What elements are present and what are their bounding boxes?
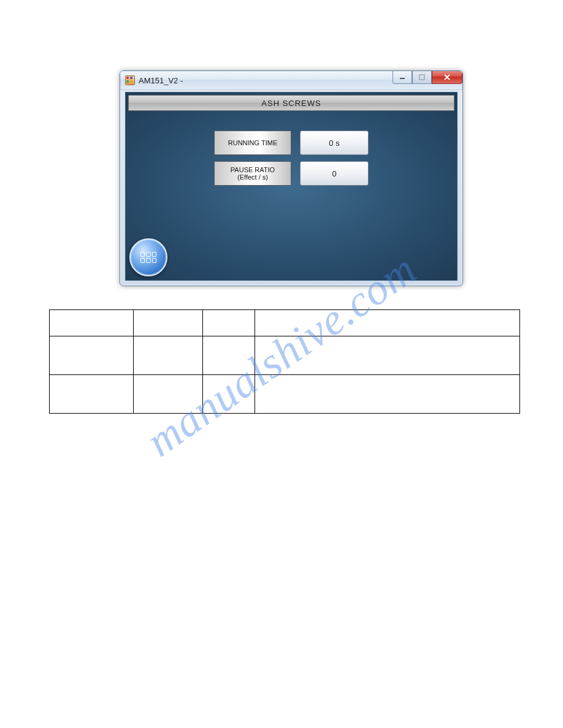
close-button[interactable] <box>432 71 462 84</box>
app-icon <box>125 75 135 85</box>
minimize-button[interactable] <box>393 71 412 84</box>
label-text: PAUSE RATIO <box>231 166 275 173</box>
table-row <box>50 375 520 414</box>
pause-ratio-label: PAUSE RATIO (Effect / s) <box>214 161 291 186</box>
table-cell <box>202 375 255 414</box>
parameter-row: RUNNING TIME 0 s <box>214 131 369 155</box>
window-controls <box>393 71 462 83</box>
svg-rect-1 <box>419 75 424 80</box>
table-cell <box>202 336 255 375</box>
running-time-label: RUNNING TIME <box>214 131 291 155</box>
table-row <box>50 336 520 375</box>
table-cell <box>133 336 202 375</box>
pause-ratio-value[interactable]: 0 <box>300 161 369 186</box>
table-cell <box>50 336 134 375</box>
label-subtext: (Effect / s) <box>237 173 268 181</box>
table-cell <box>50 375 134 414</box>
label-text: RUNNING TIME <box>228 139 277 146</box>
application-window: AM151_V2 - ASH SCREWS RUNNING TIME <box>120 70 463 286</box>
grid-icon <box>140 252 156 263</box>
table-row <box>50 310 520 336</box>
table-cell <box>133 310 202 336</box>
screen-header: ASH SCREWS <box>128 95 454 111</box>
client-area: ASH SCREWS RUNNING TIME 0 s PAUSE RATIO … <box>125 92 458 281</box>
table-cell <box>255 375 520 414</box>
parameter-row: PAUSE RATIO (Effect / s) 0 <box>214 161 369 186</box>
running-time-value[interactable]: 0 s <box>300 131 369 155</box>
table-cell <box>50 310 134 336</box>
parameter-form: RUNNING TIME 0 s PAUSE RATIO (Effect / s… <box>214 131 369 186</box>
menu-button[interactable] <box>129 238 167 276</box>
table-cell <box>133 375 202 414</box>
maximize-button[interactable] <box>412 71 432 84</box>
table-cell <box>255 336 520 375</box>
parameter-table <box>49 309 520 414</box>
title-bar[interactable]: AM151_V2 - <box>120 71 462 90</box>
table-cell <box>202 310 255 336</box>
table-cell <box>255 310 520 336</box>
window-title: AM151_V2 - <box>139 76 183 85</box>
